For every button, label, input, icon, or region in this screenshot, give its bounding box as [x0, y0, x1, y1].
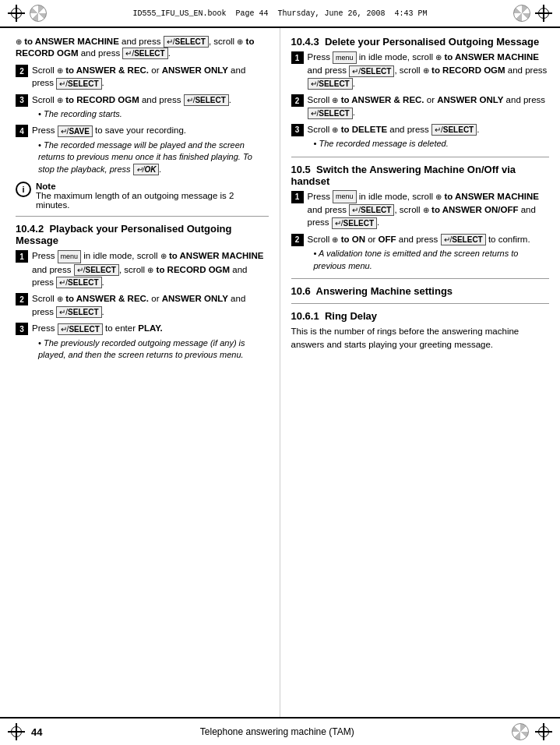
step-badge-4: 4	[16, 125, 28, 137]
menu-icon-d1: menu	[333, 51, 357, 65]
scroll-icon-d1b: ⊕	[423, 65, 429, 76]
header-text: ID555_IFU_US_EN.book Page 44 Thursday, J…	[47, 9, 513, 18]
page-number: 44	[31, 726, 42, 738]
save-btn-icon: ↵/SAVE	[58, 125, 93, 137]
note-box: i Note The maximum length of an outgoing…	[16, 182, 269, 210]
step-badge-2: 2	[16, 65, 28, 77]
section-10-4-3: 10.4.3 Delete your Personalised Outgoing…	[291, 36, 550, 150]
ring-delay-text: This is the number of rings before the a…	[291, 325, 550, 352]
divider-r1	[291, 157, 550, 157]
select-btn-d2: ↵/SELECT	[308, 108, 353, 119]
note-label: Note	[36, 182, 56, 191]
record-ogm-kw-d1: to RECORD OGM	[431, 65, 505, 75]
answer-only-kw: ANSWER ONLY	[162, 65, 228, 75]
step-3: 3 Scroll ⊕ to RECORD OGM and press ↵/SEL…	[16, 94, 269, 121]
scroll-icon-d2: ⊕	[332, 95, 338, 106]
step-2-content: Scroll ⊕ to ANSWER & REC. or ANSWER ONLY…	[32, 64, 269, 90]
s10-4-3-step-3-content: Scroll ⊕ to DELETE and press ↵/SELECT. •…	[308, 123, 550, 150]
section-10-4-3-list: 1 Press menu in idle mode, scroll ⊕ to A…	[291, 51, 550, 150]
select-btn-p1: ↵/SELECT	[74, 264, 119, 276]
select-btn-d1: ↵/SELECT	[349, 65, 394, 77]
scroll-icon-s2: ⊕	[57, 65, 63, 76]
select-btn-sw1b: ↵/SELECT	[332, 217, 377, 229]
header-left	[8, 5, 47, 22]
scroll-icon-p1: ⊕	[160, 251, 167, 262]
right-column: 10.4.3 Delete your Personalised Outgoing…	[280, 28, 561, 717]
section-10-4-2: 10.4.2 Playback your Personalised Outgoi…	[16, 223, 269, 361]
answer-rec-kw-d2: to ANSWER & REC.	[341, 95, 424, 104]
section-10-6-1: 10.6.1 Ring Delay This is the number of …	[291, 310, 550, 352]
answer-only-kw-p2: ANSWER ONLY	[162, 294, 228, 303]
note-text: The maximum length of an outgoing messag…	[36, 191, 234, 210]
section-10-6-1-title: 10.6.1 Ring Delay	[291, 310, 550, 322]
select-btn-s2: ↵/SELECT	[56, 78, 101, 90]
section-10-6-title: 10.6 Answering Machine settings	[291, 285, 550, 297]
s10-5-step-1-content: Press menu in idle mode, scroll ⊕ to ANS…	[308, 190, 550, 229]
footer-right	[512, 723, 552, 740]
scroll-icon-p1b: ⊕	[147, 265, 153, 276]
s10-4-2-step-3-content: Press ↵/SELECT to enter PLAY. • The prev…	[32, 322, 269, 361]
answer-onoff-kw: to ANSWER ON/OFF	[431, 205, 518, 214]
decorative-circle-left	[30, 5, 47, 22]
section-10-5-title: 10.5 Switch the Answering Machine On/Off…	[291, 164, 550, 187]
section-10-4-3-title: 10.4.3 Delete your Personalised Outgoing…	[291, 36, 550, 48]
answer-machine-kw-d1: to ANSWER MACHINE	[444, 52, 539, 62]
delete-kw: to DELETE	[341, 125, 387, 134]
scroll-icon-2: ⊕	[237, 37, 243, 46]
answer-machine-kw-sw1: to ANSWER MACHINE	[444, 192, 539, 201]
select-btn-d3: ↵/SELECT	[431, 124, 477, 136]
divider-1	[16, 216, 269, 217]
step-badge-3: 3	[16, 94, 28, 107]
crosshair-right-icon	[535, 5, 552, 22]
s10-4-3-step-1: 1 Press menu in idle mode, scroll ⊕ to A…	[291, 51, 550, 90]
record-ogm-kw-p1: to RECORD OGM	[157, 265, 231, 274]
crosshair-footer-left-icon	[8, 723, 25, 740]
recorded-msg-deleted-note: • The recorded message is deleted.	[308, 138, 550, 150]
answer-machine-kw: to ANSWER MACHINE	[24, 37, 119, 46]
scroll-icon-d1: ⊕	[435, 52, 442, 63]
footer-bar: 44 Telephone answering machine (TAM)	[0, 717, 560, 745]
menu-icon-1: menu	[58, 250, 82, 263]
s10-5-step-2: 2 Scroll ⊕ to ON or OFF and press ↵/SELE…	[291, 233, 550, 272]
s10-4-3-step-2-content: Scroll ⊕ to ANSWER & REC. or ANSWER ONLY…	[308, 94, 550, 119]
s10-5-badge-1: 1	[291, 191, 304, 203]
s10-4-2-step-1: 1 Press menu in idle mode, scroll ⊕ to A…	[16, 249, 269, 288]
step-4-content: Press ↵/SAVE to save your recording. • T…	[32, 124, 269, 175]
s10-4-2-badge-1: 1	[16, 250, 28, 263]
note-icon: i	[16, 182, 31, 197]
footer-section-label: Telephone answering machine (TAM)	[200, 726, 354, 737]
section-10-6: 10.6 Answering Machine settings	[291, 285, 550, 297]
select-btn-p2: ↵/SELECT	[56, 306, 101, 318]
section-10-4-2-title: 10.4.2 Playback your Personalised Outgoi…	[16, 223, 269, 246]
step-list-cont: 2 Scroll ⊕ to ANSWER & REC. or ANSWER ON…	[16, 64, 269, 175]
divider-r3	[291, 303, 550, 304]
s10-4-2-badge-3: 3	[16, 323, 28, 335]
ok-btn-icon: ↵/OK	[133, 164, 160, 175]
select-btn-s3: ↵/SELECT	[184, 94, 229, 106]
s10-5-step-2-content: Scroll ⊕ to ON or OFF and press ↵/SELECT…	[308, 233, 550, 272]
footer-left: 44	[8, 723, 42, 740]
continuation-text: ⊕ to ANSWER MACHINE and press ↵/SELECT, …	[16, 36, 269, 59]
step-3-content: Scroll ⊕ to RECORD OGM and press ↵/SELEC…	[32, 94, 269, 121]
answer-rec-kw: to ANSWER & REC.	[65, 65, 149, 75]
s10-4-3-step-2: 2 Scroll ⊕ to ANSWER & REC. or ANSWER ON…	[291, 94, 550, 119]
recording-starts-note: • The recording starts.	[32, 108, 269, 120]
record-ogm-kw2: to RECORD OGM	[65, 95, 139, 104]
scroll-icon-d3: ⊕	[332, 125, 338, 136]
answer-rec-kw-p2: to ANSWER & REC.	[65, 294, 149, 303]
section-10-5-list: 1 Press menu in idle mode, scroll ⊕ to A…	[291, 190, 550, 272]
s10-4-2-step-3: 3 Press ↵/SELECT to enter PLAY. • The pr…	[16, 322, 269, 361]
select-btn-d1b: ↵/SELECT	[308, 78, 353, 90]
left-column: ⊕ to ANSWER MACHINE and press ↵/SELECT, …	[0, 28, 280, 717]
section-10-4-2-list: 1 Press menu in idle mode, scroll ⊕ to A…	[16, 249, 269, 361]
recorded-msg-note: • The recorded message will be played an…	[32, 139, 269, 175]
section-10-5: 10.5 Switch the Answering Machine On/Off…	[291, 164, 550, 272]
on-kw: to ON	[341, 235, 365, 244]
play-kw: PLAY.	[138, 323, 163, 333]
off-kw: OFF	[379, 235, 396, 244]
validation-note: • A validation tone is emitted and the s…	[308, 248, 550, 272]
s10-4-2-step-2: 2 Scroll ⊕ to ANSWER & REC. or ANSWER ON…	[16, 292, 269, 318]
crosshair-left-icon	[8, 5, 25, 22]
decorative-circle-footer	[512, 723, 529, 740]
select-btn-icon: ↵/SELECT	[164, 36, 209, 48]
